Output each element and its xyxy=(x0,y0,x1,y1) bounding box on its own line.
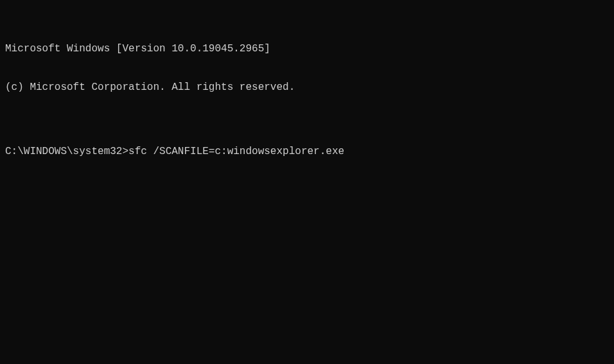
prompt-path: C:\WINDOWS\system32> xyxy=(5,145,128,158)
terminal-output[interactable]: Microsoft Windows [Version 10.0.19045.29… xyxy=(0,13,614,175)
os-version-line: Microsoft Windows [Version 10.0.19045.29… xyxy=(5,42,609,55)
copyright-line: (c) Microsoft Corporation. All rights re… xyxy=(5,81,609,94)
command-prompt-line: C:\WINDOWS\system32>sfc /SCANFILE=c:wind… xyxy=(5,145,609,158)
typed-command: sfc /SCANFILE=c:windowsexplorer.exe xyxy=(128,145,344,158)
window-title-bar xyxy=(0,0,614,13)
